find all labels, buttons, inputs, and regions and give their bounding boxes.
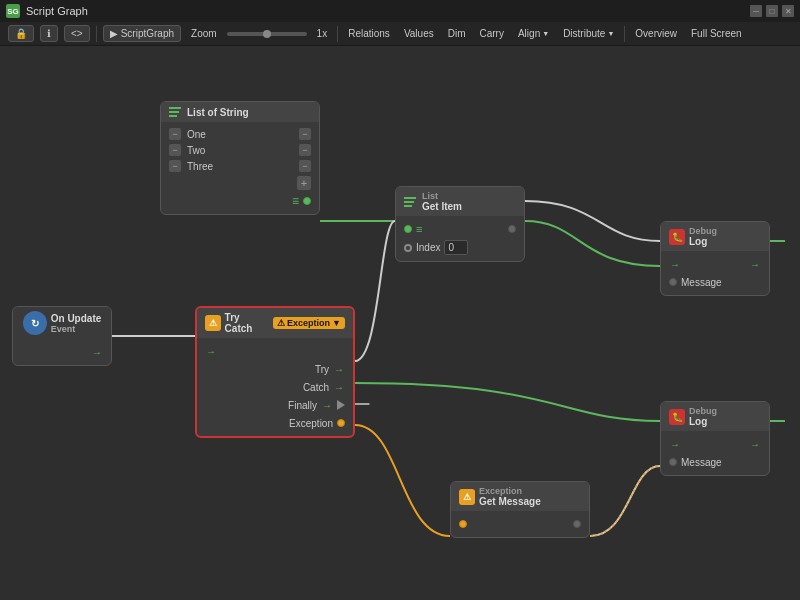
trycatch-exception-row: Exception: [197, 414, 353, 432]
code-button[interactable]: <>: [64, 25, 90, 42]
divider2: [337, 26, 338, 42]
zoom-label: Zoom: [187, 26, 221, 41]
debug2-message-port: [669, 458, 677, 466]
list-add-row: +: [161, 174, 319, 192]
lock-icon: 🔒: [15, 28, 27, 39]
remove-two-button[interactable]: −: [169, 144, 181, 156]
debug2-title: Log: [689, 416, 717, 427]
debug1-flow-in: →: [669, 258, 681, 270]
overview-button[interactable]: Overview: [631, 26, 681, 41]
list-get-index-port: [404, 244, 412, 252]
node-onupdate-header: ↻ On Update Event: [13, 307, 111, 339]
distribute-dropdown[interactable]: Distribute ▼: [559, 26, 618, 41]
debug1-header: 🐛 Debug Log: [661, 222, 769, 251]
badge-caret: ▼: [332, 318, 341, 328]
list-get-title: Get Item: [422, 201, 462, 212]
debug1-title: Log: [689, 236, 717, 247]
node-debug2[interactable]: 🐛 Debug Log → → Message: [660, 401, 770, 476]
trycatch-finally-row: Finally →: [197, 396, 353, 414]
trycatch-badge[interactable]: ⚠ Exception ▼: [273, 317, 345, 329]
remove-three-button[interactable]: −: [169, 160, 181, 172]
debug1-message-row: Message: [661, 273, 769, 291]
list-get-list-port: [404, 225, 412, 233]
exception-title: Get Message: [479, 496, 541, 507]
values-button[interactable]: Values: [400, 26, 438, 41]
list-get-icon: [404, 196, 418, 208]
toolbar: 🔒 ℹ <> ▶ ScriptGraph Zoom 1x Relations V…: [0, 22, 800, 46]
carry-button[interactable]: Carry: [476, 26, 508, 41]
exception-header: ⚠ Exception Get Message: [451, 482, 589, 511]
canvas[interactable]: ↻ On Update Event → List of String − One…: [0, 46, 800, 600]
trycatch-flow-in: →: [197, 342, 353, 360]
remove-one-button[interactable]: −: [169, 128, 181, 140]
code-label: <>: [71, 28, 83, 39]
divider3: [624, 26, 625, 42]
list-two-right-btn[interactable]: −: [299, 144, 311, 156]
scriptgraph-button[interactable]: ▶ ScriptGraph: [103, 25, 181, 42]
maximize-button[interactable]: □: [766, 5, 778, 17]
node-exception[interactable]: ⚠ Exception Get Message: [450, 481, 590, 538]
list-output-row: ≡: [161, 192, 319, 210]
list-item-one: − One −: [161, 126, 319, 142]
list-get-list-icon: ≡: [416, 223, 422, 235]
close-button[interactable]: ✕: [782, 5, 794, 17]
trycatch-body: → Try → Catch → Finally → Exception: [197, 338, 353, 436]
info-button[interactable]: ℹ: [40, 25, 58, 42]
title-bar: SG Script Graph ─ □ ✕: [0, 0, 800, 22]
debug1-body: → → Message: [661, 251, 769, 295]
divider1: [96, 26, 97, 42]
distribute-caret: ▼: [607, 30, 614, 37]
node-list-string[interactable]: List of String − One − − Two − − Three −…: [160, 101, 320, 215]
onupdate-flow-out: →: [91, 346, 103, 358]
exception-out-port: [573, 520, 581, 528]
badge-warning-icon: ⚠: [277, 318, 285, 328]
zoom-control[interactable]: [227, 32, 307, 36]
list-get-label: List: [422, 191, 462, 201]
list-three-right-btn[interactable]: −: [299, 160, 311, 172]
debug1-message-label: Message: [681, 277, 722, 288]
index-label: Index: [416, 242, 440, 253]
exception-port-row: [451, 515, 589, 533]
list-output-port: [303, 197, 311, 205]
zoom-slider[interactable]: [227, 32, 307, 36]
event-icon: ↻: [23, 311, 47, 335]
list-item-three: − Three −: [161, 158, 319, 174]
dim-button[interactable]: Dim: [444, 26, 470, 41]
lock-button[interactable]: 🔒: [8, 25, 34, 42]
node-trycatch[interactable]: ⚠ Try Catch ⚠ Exception ▼ → Try → Catch …: [195, 306, 355, 438]
node-list-get[interactable]: List Get Item ≡ Index: [395, 186, 525, 262]
minimize-button[interactable]: ─: [750, 5, 762, 17]
list-value-two: Two: [181, 145, 299, 156]
debug1-label: Debug: [689, 226, 717, 236]
debug2-message-row: Message: [661, 453, 769, 471]
onupdate-output-row: →: [13, 343, 111, 361]
node-onupdate-body: →: [13, 339, 111, 365]
trycatch-header: ⚠ Try Catch ⚠ Exception ▼: [197, 308, 353, 338]
list-add-button[interactable]: +: [297, 176, 311, 190]
debug1-message-port: [669, 278, 677, 286]
align-caret: ▼: [542, 30, 549, 37]
debug2-flow-out: →: [749, 438, 761, 450]
debug2-flow-row: → →: [661, 435, 769, 453]
trycatch-icon: ⚠: [205, 315, 221, 331]
relations-button[interactable]: Relations: [344, 26, 394, 41]
trycatch-flow-in-port: →: [205, 345, 217, 357]
try-out-port: →: [333, 363, 345, 375]
exception-out-port: [337, 419, 345, 427]
align-dropdown[interactable]: Align ▼: [514, 26, 553, 41]
scriptgraph-label: ScriptGraph: [121, 28, 174, 39]
node-onupdate[interactable]: ↻ On Update Event →: [12, 306, 112, 366]
scriptgraph-icon: ▶: [110, 28, 118, 39]
exception-body: [451, 511, 589, 537]
trycatch-title: Try Catch: [225, 312, 269, 334]
node-debug1[interactable]: 🐛 Debug Log → → Message: [660, 221, 770, 296]
debug2-body: → → Message: [661, 431, 769, 475]
fullscreen-button[interactable]: Full Screen: [687, 26, 746, 41]
list-one-right-btn[interactable]: −: [299, 128, 311, 140]
finally-tri-port: [337, 400, 345, 410]
list-get-body: ≡ Index: [396, 216, 524, 261]
distribute-label: Distribute: [563, 28, 605, 39]
list-string-icon: [169, 106, 183, 118]
finally-out-port: →: [321, 399, 333, 411]
index-input[interactable]: [444, 240, 468, 255]
